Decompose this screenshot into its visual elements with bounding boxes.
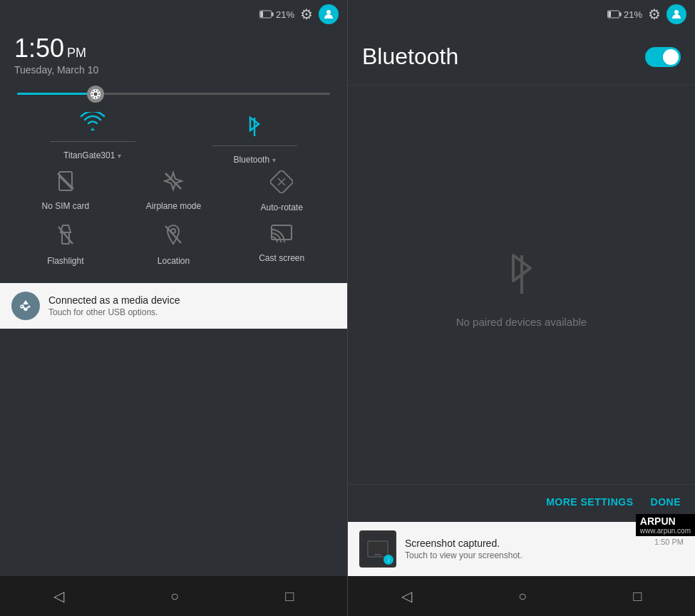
wifi-chevron: ▾	[118, 152, 121, 160]
svg-rect-2	[260, 11, 263, 17]
right-recents-button[interactable]: □	[619, 582, 656, 610]
bluetooth-header: Bluetooth	[348, 29, 695, 86]
autorotate-icon	[270, 170, 293, 198]
svg-rect-1	[272, 12, 273, 16]
wifi-label: TitanGate301 ▾	[63, 150, 121, 160]
right-home-button[interactable]: ○	[504, 582, 541, 610]
right-status-bar: 21% ⚙	[348, 0, 695, 29]
left-home-button[interactable]: ○	[156, 582, 193, 610]
screenshot-thumbnail: ↓	[359, 530, 396, 568]
svg-line-15	[58, 173, 73, 189]
svg-point-4	[93, 92, 97, 96]
svg-line-9	[92, 91, 93, 92]
left-notification-area: Connected as a media device Touch for ot…	[0, 272, 347, 329]
cast-icon	[270, 224, 293, 249]
bluetooth-empty-area: No paired devices available	[348, 86, 695, 484]
svg-point-3	[326, 10, 331, 14]
left-notif-text: Connected as a media device Touch for ot…	[48, 294, 336, 317]
location-icon	[163, 224, 183, 252]
cast-label: Cast screen	[259, 253, 304, 263]
airplane-icon	[163, 170, 184, 197]
quick-tiles: TitanGate301 ▾	[0, 106, 347, 272]
svg-line-19	[58, 227, 73, 244]
airplane-tile[interactable]: Airplane mode	[138, 170, 209, 212]
no-devices-text: No paired devices available	[456, 316, 587, 328]
battery-indicator: 21%	[259, 9, 294, 20]
flashlight-label: Flashlight	[47, 256, 83, 266]
bluetooth-icon	[244, 112, 264, 141]
no-sim-label: No SIM card	[41, 201, 89, 211]
bluetooth-large-icon	[499, 242, 545, 304]
bt-divider	[212, 145, 297, 146]
svg-rect-28	[619, 12, 621, 16]
svg-rect-34	[374, 554, 381, 555]
bluetooth-label: Bluetooth ▾	[233, 155, 276, 165]
brand-name: ARPUN	[640, 515, 691, 527]
right-notif-title: Screenshot captured.	[405, 538, 500, 549]
left-notif-title: Connected as a media device	[48, 294, 336, 306]
bluetooth-toggle[interactable]	[645, 47, 681, 67]
left-recents-button[interactable]: □	[271, 582, 308, 610]
wifi-divider	[50, 141, 135, 142]
svg-line-11	[98, 91, 99, 92]
right-notif-subtitle: Touch to view your screenshot.	[405, 550, 684, 560]
svg-line-16	[165, 173, 181, 189]
wifi-tile[interactable]: TitanGate301 ▾	[50, 112, 135, 165]
right-notif-text: Screenshot captured. 1:50 PM Touch to vi…	[405, 538, 684, 560]
tiles-row-3: Flashlight Location	[11, 224, 336, 266]
usb-icon	[11, 292, 40, 320]
left-status-bar: 21% ⚙	[0, 0, 347, 29]
brightness-thumb[interactable]	[87, 86, 104, 103]
bluetooth-tile[interactable]: Bluetooth ▾	[212, 112, 297, 165]
right-battery: 21%	[607, 9, 642, 20]
flashlight-tile[interactable]: Flashlight	[30, 224, 101, 266]
flashlight-icon	[56, 224, 76, 252]
autorotate-label: Auto-rotate	[260, 202, 302, 212]
time-section: 1:50PM Tuesday, March 10	[0, 29, 347, 81]
right-settings-icon[interactable]: ⚙	[648, 6, 661, 23]
svg-point-30	[674, 10, 679, 14]
brightness-section[interactable]	[0, 81, 347, 106]
date-display: Tuesday, March 10	[14, 64, 333, 76]
svg-line-10	[98, 96, 99, 98]
right-panel: 21% ⚙ Bluetooth	[347, 0, 695, 576]
right-avatar-icon[interactable]	[666, 4, 686, 24]
svg-rect-33	[369, 543, 386, 553]
location-tile[interactable]: Location	[138, 224, 209, 266]
svg-rect-29	[608, 11, 611, 17]
no-sim-tile[interactable]: No SIM card	[30, 170, 101, 212]
right-nav: ◁ ○ □	[348, 576, 695, 616]
svg-line-26	[26, 307, 29, 309]
watermark: ARPUN www.arpun.com	[636, 514, 695, 536]
cast-tile[interactable]: Cast screen	[246, 224, 317, 266]
right-back-button[interactable]: ◁	[387, 582, 426, 610]
screenshot-dot: ↓	[383, 555, 393, 565]
tiles-row-1: TitanGate301 ▾	[11, 112, 336, 165]
more-settings-button[interactable]: MORE SETTINGS	[546, 496, 633, 508]
left-nav: ◁ ○ □	[0, 576, 347, 616]
wifi-icon	[80, 112, 105, 137]
airplane-label: Airplane mode	[146, 201, 201, 211]
avatar-icon[interactable]	[319, 4, 339, 24]
toggle-knob	[663, 49, 679, 65]
left-back-button[interactable]: ◁	[39, 582, 78, 610]
time-display: 1:50PM	[14, 36, 333, 61]
brightness-track[interactable]	[17, 93, 330, 95]
left-notif-subtitle: Touch for other USB options.	[48, 307, 336, 317]
location-label: Location	[158, 256, 190, 266]
bottom-navigation: ◁ ○ □ ◁ ○ □	[0, 576, 695, 616]
right-notif-time: 1:50 PM	[654, 538, 684, 546]
no-sim-icon	[55, 170, 76, 197]
svg-line-12	[92, 96, 93, 98]
settings-icon[interactable]: ⚙	[300, 6, 313, 23]
done-button[interactable]: DONE	[651, 496, 681, 508]
tiles-row-2: No SIM card Airplane mode	[11, 170, 336, 212]
left-notification[interactable]: Connected as a media device Touch for ot…	[0, 283, 347, 329]
left-panel: 21% ⚙ 1:50PM Tuesday, March 10	[0, 0, 347, 576]
autorotate-tile[interactable]: Auto-rotate	[246, 170, 317, 212]
bt-chevron: ▾	[272, 156, 276, 164]
brand-url: www.arpun.com	[640, 527, 691, 535]
bluetooth-title: Bluetooth	[362, 43, 458, 70]
brightness-fill	[17, 93, 96, 95]
